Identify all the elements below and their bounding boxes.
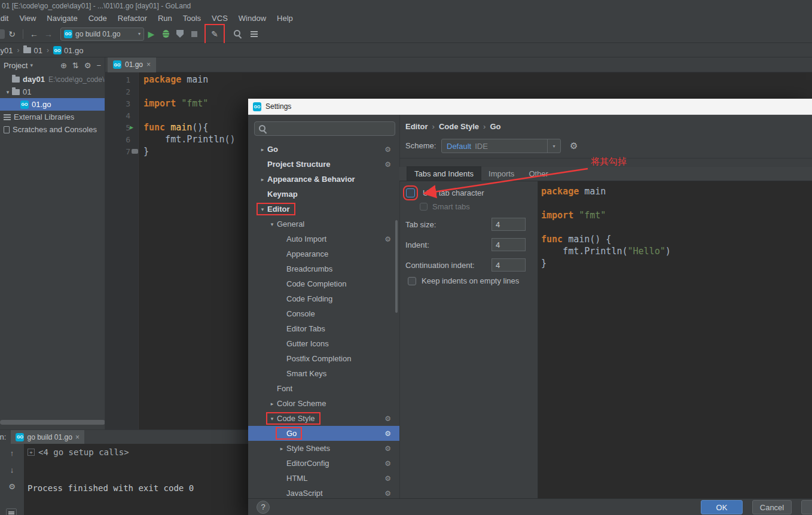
settings-item-code-style[interactable]: ▾Code Style⚙	[248, 411, 399, 426]
help-button[interactable]: ?	[257, 501, 270, 514]
settings-item-appearance-behavior[interactable]: ▸Appearance & Behavior	[248, 172, 399, 187]
search-everywhere-button[interactable]	[230, 27, 245, 41]
scrollbar-thumb[interactable]	[0, 420, 105, 425]
settings-item-general[interactable]: ▾General	[248, 217, 399, 231]
menu-refactor[interactable]: Refactor	[112, 12, 152, 25]
project-item-external-libraries[interactable]: External Libraries	[0, 111, 105, 123]
tree-arrow-icon[interactable]: ▾	[4, 89, 12, 95]
ok-button[interactable]: OK	[701, 500, 743, 514]
editor-tab-01-go[interactable]: 01.go ×	[108, 57, 156, 72]
tree-arrow-icon[interactable]: ▾	[267, 416, 277, 422]
continuation-indent-input[interactable]	[492, 258, 526, 272]
cancel-button[interactable]: Cancel	[752, 500, 792, 514]
tree-arrow-icon[interactable]: ▾	[267, 221, 277, 227]
close-icon[interactable]: ×	[146, 60, 151, 69]
settings-item-code-folding[interactable]: Code Folding	[248, 291, 399, 306]
settings-item-postfix-completion[interactable]: Postfix Completion	[248, 351, 399, 366]
partial-button[interactable]	[801, 500, 812, 514]
settings-titlebar[interactable]: Settings	[248, 99, 812, 115]
settings-item-style-sheets[interactable]: ▸Style Sheets⚙	[248, 441, 399, 456]
find-in-path-button[interactable]	[247, 27, 261, 41]
project-panel-title[interactable]: Project	[4, 61, 28, 70]
settings-toolbar-button[interactable]: ✎	[207, 27, 222, 41]
run-with-coverage-button[interactable]	[173, 27, 187, 41]
run-button[interactable]: ▶	[144, 27, 158, 41]
menu-window[interactable]: Window	[233, 12, 271, 25]
settings-item-smart-keys[interactable]: Smart Keys	[248, 366, 399, 381]
window-titlebar[interactable]: 01 [E:\code\go_code\day01] - ...\01\01.g…	[0, 0, 812, 12]
menu-edit[interactable]: Edit	[0, 12, 14, 25]
expand-icon[interactable]: +	[28, 449, 35, 456]
scheme-gear-icon[interactable]: ⚙	[570, 141, 578, 151]
stop-button[interactable]	[187, 27, 202, 41]
run-tab-go-build[interactable]: go build 01.go ×	[11, 430, 84, 444]
collapse-all-icon[interactable]: ⇅	[72, 61, 79, 70]
menu-tools[interactable]: Tools	[178, 12, 206, 25]
breadcrumb-item-01[interactable]: 01	[23, 46, 42, 55]
settings-item-appearance[interactable]: Appearance	[248, 246, 399, 261]
down-icon[interactable]: ↓	[10, 465, 14, 474]
use-tab-character-checkbox[interactable]	[406, 188, 415, 197]
settings-item-keymap[interactable]: Keymap	[248, 187, 399, 202]
tree-arrow-icon[interactable]: ▸	[267, 401, 277, 407]
settings-breadcrumb-editor[interactable]: Editor	[405, 122, 428, 131]
settings-breadcrumb-code-style[interactable]: Code Style	[439, 122, 479, 131]
settings-item-code-completion[interactable]: Code Completion	[248, 276, 399, 291]
menu-code[interactable]: Code	[83, 12, 112, 25]
tree-arrow-icon[interactable]: ▸	[258, 147, 267, 153]
fold-marker-icon[interactable]	[132, 149, 138, 154]
hide-panel-icon[interactable]: −	[96, 61, 101, 70]
menu-run[interactable]: Run	[152, 12, 178, 25]
gear-icon[interactable]: ⚙	[84, 61, 91, 70]
settings-item-editor[interactable]: ▾Editor	[248, 202, 399, 217]
project-item-scratches-and-consoles[interactable]: Scratches and Consoles	[0, 123, 105, 136]
debug-button[interactable]	[158, 27, 173, 41]
menu-navigate[interactable]: Navigate	[41, 12, 83, 25]
tree-arrow-icon[interactable]: ▸	[258, 176, 267, 182]
settings-item-editor-tabs[interactable]: Editor Tabs	[248, 321, 399, 336]
gear-icon[interactable]: ⚙	[8, 482, 16, 491]
up-icon[interactable]: ↑	[10, 449, 14, 458]
settings-item-go[interactable]: ▸Go⚙	[248, 142, 399, 157]
settings-search-input[interactable]	[254, 121, 395, 136]
indent-input[interactable]	[492, 238, 526, 251]
keep-indents-checkbox[interactable]	[408, 277, 416, 285]
back-icon[interactable]: ←	[27, 27, 41, 41]
forward-icon[interactable]: →	[41, 27, 56, 41]
menu-vcs[interactable]: VCS	[206, 12, 233, 25]
tab-other[interactable]: Other	[521, 166, 555, 181]
locate-file-icon[interactable]: ⊕	[60, 61, 67, 70]
horizontal-scrollbar[interactable]	[0, 420, 105, 425]
close-icon[interactable]: ×	[75, 433, 80, 441]
scheme-select[interactable]: Default IDE ▾	[441, 139, 561, 153]
refresh-icon[interactable]: ↻	[5, 27, 19, 41]
run-gutter-icon[interactable]: ▶	[130, 124, 133, 130]
tab-imports[interactable]: Imports	[481, 166, 521, 181]
chevron-down-icon[interactable]: ▾	[30, 62, 33, 68]
tree-arrow-icon[interactable]: ▸	[277, 446, 286, 452]
project-item-01[interactable]: ▾01	[0, 86, 105, 98]
settings-item-auto-import[interactable]: Auto Import⚙	[248, 231, 399, 246]
tree-arrow-icon[interactable]: ▾	[258, 206, 267, 212]
settings-item-project-structure[interactable]: Project Structure⚙	[248, 157, 399, 172]
run-configuration-select[interactable]: go build 01.go ▾	[60, 28, 144, 41]
settings-breadcrumb-go[interactable]: Go	[490, 122, 500, 131]
breadcrumb-item-day01[interactable]: day01	[0, 46, 13, 55]
settings-sliders-icon[interactable]	[6, 508, 17, 515]
settings-item-gutter-icons[interactable]: Gutter Icons	[248, 336, 399, 351]
tab-size-input[interactable]	[492, 218, 526, 231]
settings-item-font[interactable]: Font	[248, 381, 399, 396]
settings-tree-scrollbar[interactable]	[395, 220, 398, 313]
settings-item-breadcrumbs[interactable]: Breadcrumbs	[248, 261, 399, 276]
settings-item-go[interactable]: Go⚙	[248, 426, 399, 441]
toolbar-icon-partial[interactable]	[0, 29, 5, 39]
settings-item-html[interactable]: HTML⚙	[248, 471, 399, 486]
settings-item-javascript[interactable]: JavaScript⚙	[248, 486, 399, 498]
project-item-01-go[interactable]: 01.go	[0, 98, 105, 111]
smart-tabs-checkbox[interactable]	[420, 203, 428, 211]
menu-view[interactable]: View	[14, 12, 41, 25]
project-item-day01[interactable]: day01E:\code\go_code\da	[0, 73, 105, 86]
breadcrumb-item-01-go[interactable]: 01.go	[53, 46, 84, 55]
tab-tabs-and-indents[interactable]: Tabs and Indents	[407, 166, 481, 181]
settings-item-color-scheme[interactable]: ▸Color Scheme	[248, 396, 399, 411]
